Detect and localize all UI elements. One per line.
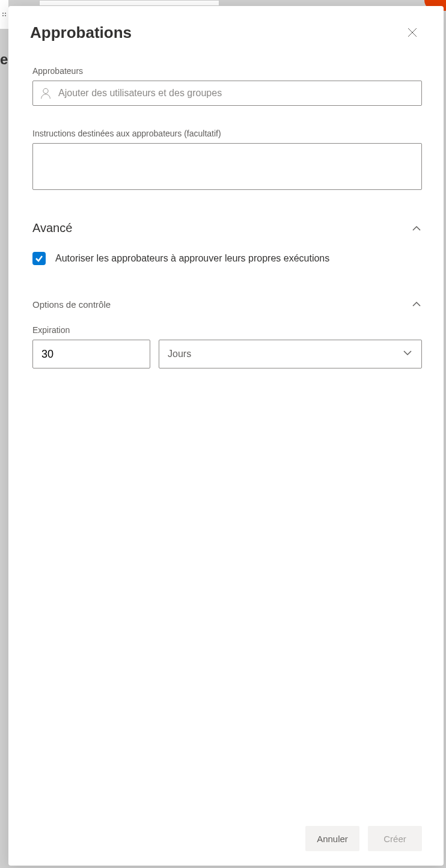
panel-body: Approbateurs Instructions destinées aux … <box>8 49 444 815</box>
instructions-label: Instructions destinées aux approbateurs … <box>32 129 422 138</box>
cancel-button[interactable]: Annuler <box>305 826 359 851</box>
chevron-down-icon <box>402 347 413 361</box>
close-icon <box>406 26 418 38</box>
panel-header: Approbations <box>8 6 444 49</box>
panel-title: Approbations <box>30 23 132 42</box>
expiration-value-input[interactable] <box>32 340 150 368</box>
chevron-up-icon <box>411 223 422 234</box>
expiration-unit-select[interactable]: Jours <box>159 340 422 368</box>
approvers-input[interactable] <box>58 88 415 99</box>
approvals-panel: Approbations Approbateurs Instructions d… <box>8 6 444 866</box>
checkmark-icon <box>35 254 43 263</box>
chevron-up-icon <box>411 299 422 310</box>
control-options-header[interactable]: Options de contrôle <box>32 299 422 310</box>
panel-footer: Annuler Créer <box>8 815 444 866</box>
expiration-row: Jours <box>32 340 422 368</box>
approvers-input-wrap[interactable] <box>32 81 422 106</box>
advanced-section-header[interactable]: Avancé <box>32 221 422 235</box>
allow-self-approve-row[interactable]: Autoriser les approbateurs à approuver l… <box>32 252 422 265</box>
control-options-title: Options de contrôle <box>32 299 111 310</box>
person-icon <box>39 87 52 100</box>
advanced-title: Avancé <box>32 221 72 235</box>
create-button[interactable]: Créer <box>368 826 422 851</box>
instructions-textarea[interactable] <box>32 143 422 190</box>
allow-self-approve-checkbox[interactable] <box>32 252 46 265</box>
expiration-label: Expiration <box>32 325 422 335</box>
expiration-unit-value: Jours <box>168 349 191 359</box>
svg-point-0 <box>43 88 48 93</box>
allow-self-approve-label: Autoriser les approbateurs à approuver l… <box>55 253 329 264</box>
close-button[interactable] <box>403 23 422 42</box>
approvers-label: Approbateurs <box>32 66 422 76</box>
